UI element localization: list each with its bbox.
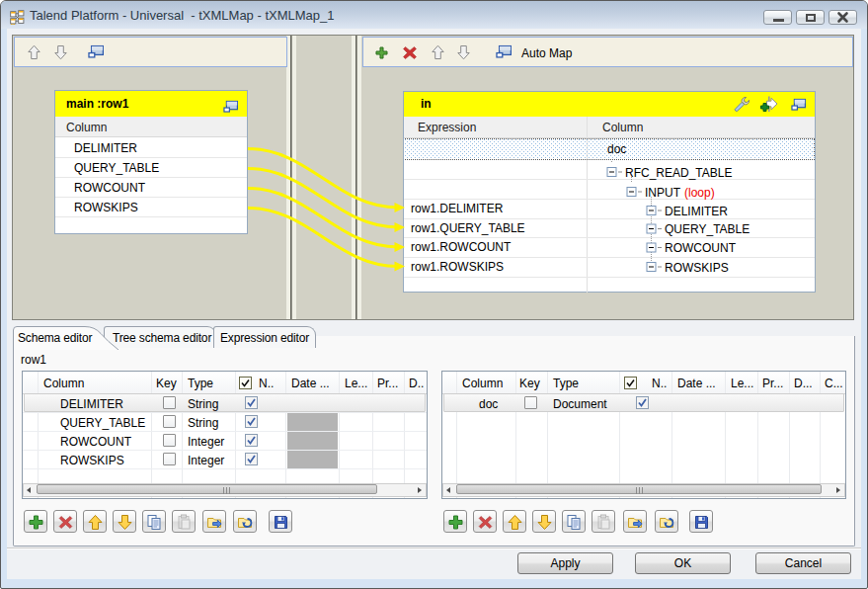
svg-text:DELIMITER: DELIMITER — [665, 205, 728, 218]
svg-text:QUERY_TABLE: QUERY_TABLE — [665, 222, 750, 236]
svg-text:RFC_READ_TABLE: RFC_READ_TABLE — [625, 166, 732, 180]
svg-text:INPUT: INPUT — [645, 186, 681, 200]
svg-text:ROWSKIPS: ROWSKIPS — [665, 261, 729, 275]
svg-text:ROWCOUNT: ROWCOUNT — [665, 241, 737, 255]
svg-text:(loop): (loop) — [684, 186, 715, 200]
